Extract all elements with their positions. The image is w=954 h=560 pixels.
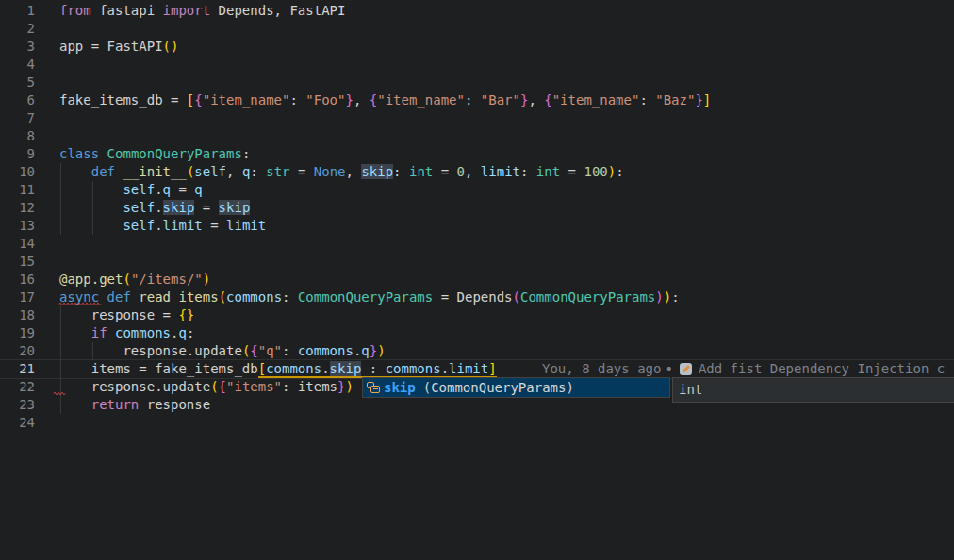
line-number[interactable]: 11 [0,181,35,199]
code-line[interactable]: 16@app.get("/items/") [0,271,954,288]
line-number[interactable]: 17 [0,288,35,306]
token: Depends [457,289,513,305]
line-number[interactable]: 2 [0,20,35,38]
token: . [155,182,162,197]
code-line[interactable]: 7 [0,109,954,127]
token [59,397,91,412]
token: { [370,92,377,107]
code-line[interactable]: 10 def __init__(self, q: str = None, ski… [0,163,954,181]
token [59,218,123,233]
word-highlight: skip [330,361,362,376]
token: = [171,182,194,197]
code-text: response = {} [59,306,194,324]
line-number[interactable]: 10 [0,163,35,181]
code-line[interactable]: 24 [0,414,954,432]
suggestion-signature: (CommonQueryParams) [423,379,574,397]
line-number[interactable]: 21 [0,360,35,378]
token: : [361,361,385,376]
code-text: self.skip = skip [59,199,250,217]
line-number[interactable]: 1 [0,2,35,20]
blame-message: Add fist Dependency Injection c [699,361,945,376]
code-line[interactable]: 18 response = {} [0,306,954,324]
line-number[interactable]: 7 [0,109,35,127]
line-number[interactable]: 6 [0,91,35,109]
line-number[interactable]: 9 [0,145,35,163]
token: , [465,164,481,179]
token: q [361,343,369,358]
line-number[interactable]: 24 [0,414,35,432]
word-highlight: skip [219,200,251,215]
code-line[interactable]: 19 if commons.q: [0,324,954,342]
token: CommonQueryParams [520,289,655,305]
blame-author: You, 8 days ago [542,361,661,376]
token: response.update [59,379,210,394]
token: { [544,92,551,107]
line-number[interactable]: 3 [0,38,35,56]
line-number[interactable]: 20 [0,342,35,360]
token: commons [266,361,321,376]
token: = [194,200,218,215]
token: 100 [584,164,607,179]
code-line[interactable]: 17async def read_items(commons: CommonQu… [0,288,954,306]
suggest-detail-pane: int [672,377,954,403]
token: : [671,289,679,305]
line-number[interactable]: 12 [0,199,35,217]
line-number[interactable]: 15 [0,253,35,271]
suggestion-type-detail: int [679,382,702,397]
token: q [178,325,186,340]
token: response.update [59,343,242,358]
token: , [354,92,370,107]
token [59,200,123,215]
token: : [465,92,481,107]
code-line[interactable]: 20 response.update({"q": commons.q}) [0,342,954,360]
code-line[interactable]: 9class CommonQueryParams: [0,145,954,163]
code-line[interactable]: 4 [0,56,954,74]
line-number[interactable]: 19 [0,324,35,342]
field-symbol-icon [366,380,382,396]
token: { [250,343,257,358]
token: CommonQueryParams [298,289,433,305]
line-number[interactable]: 16 [0,271,35,288]
suggestion-item-skip[interactable]: skip (CommonQueryParams) [363,378,669,397]
code-editor[interactable]: 1from fastapi import Depends, FastAPI23a… [0,0,954,560]
code-line[interactable]: 2 [0,20,954,38]
token: . [441,361,449,376]
code-line[interactable]: 5 [0,74,954,91]
token [107,325,115,340]
line-number[interactable]: 4 [0,56,35,74]
code-line[interactable]: 14 [0,235,954,253]
line-number[interactable]: 14 [0,235,35,253]
code-text: def __init__(self, q: str = None, skip: … [59,163,624,181]
code-line[interactable]: 12 self.skip = skip [0,199,954,217]
line-number[interactable]: 5 [0,74,35,91]
code-line[interactable]: 8 [0,127,954,145]
inline-blame-annotation[interactable]: You, 8 days ago•Add fist Dependency Inje… [542,360,954,378]
line-number[interactable]: 8 [0,127,35,145]
line-number[interactable]: 23 [0,396,35,414]
token: int [536,164,560,179]
token: def [107,289,131,305]
code-line[interactable]: 11 self.q = q [0,181,954,199]
code-text: self.limit = limit [59,217,266,235]
token: { [194,92,202,107]
blame-separator: • [665,361,672,376]
line-number[interactable]: 18 [0,306,35,324]
code-line[interactable]: 3app = FastAPI() [0,38,954,56]
token [59,325,91,340]
token: "item_name" [377,92,465,107]
token: None [314,164,346,179]
token: "item_name" [552,92,640,107]
line-number[interactable]: 22 [0,378,35,396]
token: = [433,164,456,179]
code-line[interactable]: 13 self.limit = limit [0,217,954,235]
token: , [226,164,242,179]
code-line[interactable]: 15 [0,253,954,271]
token: commons [386,361,441,376]
suggestion-label: skip [384,379,416,397]
token: } [370,343,377,358]
code-line[interactable]: 1from fastapi import Depends, FastAPI [0,2,954,20]
line-number[interactable]: 13 [0,217,35,235]
code-line[interactable]: 6fake_items_db = [{"item_name": "Foo"}, … [0,91,954,109]
token: Depends, FastAPI [210,3,345,18]
token: commons [115,325,171,340]
